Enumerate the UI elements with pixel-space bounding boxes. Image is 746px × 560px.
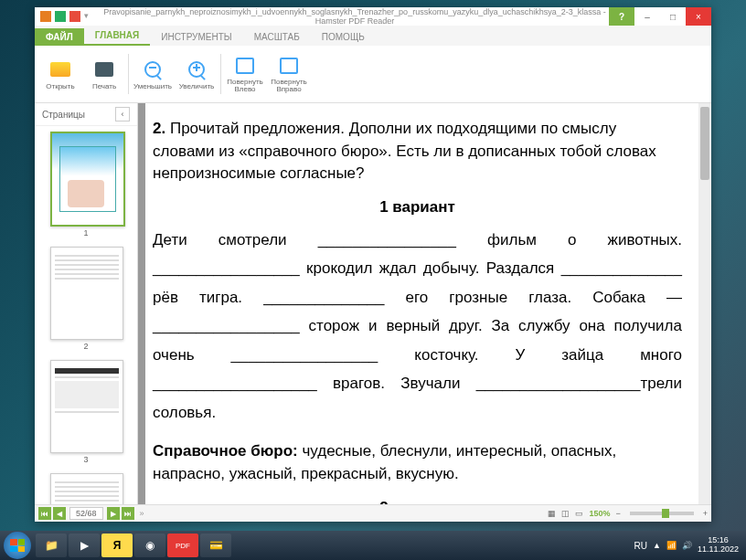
view-mode-icon-1[interactable]: ▦ (548, 509, 556, 518)
open-label: Открыть (46, 82, 74, 90)
thumbnails: 1 2 3 4 (35, 126, 137, 504)
ribbon: Открыть Печать Уменьшить Увеличить Повер… (35, 46, 711, 103)
nav-prev-button[interactable]: ◀ (53, 507, 66, 520)
zoom-slider[interactable] (630, 512, 694, 515)
zoom-level[interactable]: 150% (589, 509, 610, 518)
zoom-out-icon (144, 61, 161, 78)
thumb-3[interactable]: 3 (50, 360, 122, 464)
minimize-button[interactable]: – (634, 7, 660, 26)
tray-network-icon[interactable]: 📶 (666, 541, 677, 550)
taskbar-clock[interactable]: 15:16 11.11.2022 (698, 536, 742, 555)
zoom-in-label: Увеличить (179, 82, 215, 90)
quick-save-icon[interactable] (40, 11, 51, 22)
tab-home[interactable]: ГЛАВНАЯ (84, 26, 151, 46)
rotate-left-icon (236, 58, 254, 74)
variant-1-body: Дети смотрели ________________ фильм о ж… (153, 226, 682, 427)
taskbar-yandex[interactable]: Я (101, 534, 133, 557)
page-indicator[interactable]: 52/68 (69, 507, 103, 520)
zoom-slider-grip[interactable] (662, 509, 669, 518)
page-content: 2. Прочитай предложения. Дополни их подх… (145, 103, 704, 504)
sidebar-collapse-button[interactable]: ‹ (115, 107, 130, 122)
ribbon-tabs: ФАЙЛ ГЛАВНАЯ ИНСТРУМЕНТЫ МАСШТАБ ПОМОЩЬ (35, 26, 711, 46)
zoom-minus-button[interactable]: − (615, 509, 620, 518)
zoom-in-button[interactable]: Увеличить (175, 49, 218, 99)
thumb-num-3: 3 (50, 455, 122, 464)
nav-next-button[interactable]: ▶ (107, 507, 120, 520)
zoom-out-button[interactable]: Уменьшить (131, 49, 175, 99)
rotate-right-label: Повернуть Вправо (267, 79, 311, 93)
taskbar-explorer[interactable]: 📁 (36, 534, 67, 557)
quick-print-icon[interactable] (55, 11, 66, 22)
variant-1-heading: 1 вариант (153, 198, 682, 217)
window-controls: ? – □ × (609, 7, 711, 26)
taskbar-media[interactable]: ▶ (69, 534, 100, 557)
tray-icon-1[interactable]: ▲ (653, 541, 661, 550)
thumb-4[interactable]: 4 (50, 473, 122, 504)
windows-logo-icon (10, 539, 25, 552)
thumb-2[interactable]: 2 (50, 247, 122, 351)
taskbar-date: 11.11.2022 (698, 545, 739, 555)
open-button[interactable]: Открыть (38, 49, 82, 99)
view-mode-icon-2[interactable]: ◫ (561, 509, 570, 518)
vertical-scrollbar[interactable] (698, 103, 711, 504)
taskbar: 📁 ▶ Я ◉ PDF 💳 RU ▲ 📶 🔊 15:16 11.11.2022 (0, 531, 746, 560)
print-button[interactable]: Печать (82, 49, 126, 99)
close-button[interactable]: × (686, 7, 711, 26)
view-mode-icon-3[interactable]: ▭ (575, 509, 583, 518)
window-title: Pravopisanie_parnykh_neproiznosimykh_i_u… (101, 7, 609, 26)
help-button[interactable]: ? (609, 7, 634, 26)
rotate-right-icon (280, 58, 298, 74)
rotate-right-button[interactable]: Повернуть Вправо (267, 49, 311, 99)
document-viewport[interactable]: 2. Прочитай предложения. Дополни их подх… (138, 103, 711, 504)
taskbar-chrome[interactable]: ◉ (134, 534, 165, 557)
maximize-button[interactable]: □ (660, 7, 686, 26)
main-area: Страницы ‹ ▦ ☰ ◫ 1 2 3 (35, 103, 711, 504)
reference-box: Справочное бюро: чудесные, блеснули, инт… (153, 439, 682, 486)
sidebar-title: Страницы (42, 110, 85, 120)
pdf-reader-window: ▾ Pravopisanie_parnykh_neproiznosimykh_i… (35, 7, 711, 522)
reference-label: Справочное бюро: (153, 442, 298, 460)
nav-first-button[interactable]: ⏮ (38, 507, 51, 520)
tab-tools[interactable]: ИНСТРУМЕНТЫ (150, 28, 242, 46)
start-button[interactable] (4, 532, 31, 559)
status-bar: ⏮ ◀ 52/68 ▶ ⏭ » ▦ ◫ ▭ 150% − + (35, 504, 711, 522)
folder-icon (50, 62, 70, 77)
variant-2-heading: 2 вариант (153, 499, 682, 504)
scrollbar-thumb[interactable] (700, 107, 709, 180)
system-tray: RU ▲ 📶 🔊 15:16 11.11.2022 (634, 536, 742, 555)
exercise-number: 2. (153, 120, 165, 137)
exercise-intro-text: Прочитай предложения. Дополни их подходя… (153, 120, 656, 182)
thumb-num-2: 2 (50, 342, 122, 351)
tab-file[interactable]: ФАЙЛ (35, 28, 84, 46)
rotate-left-label: Повернуть Влево (223, 79, 267, 93)
tab-scale[interactable]: МАСШТАБ (243, 28, 311, 46)
thumb-num-1: 1 (50, 228, 122, 238)
quick-access: ▾ (35, 9, 101, 24)
thumb-1[interactable]: 1 (50, 132, 122, 238)
tab-help[interactable]: ПОМОЩЬ (311, 28, 376, 46)
zoom-plus-button[interactable]: + (703, 509, 708, 518)
taskbar-pdf-reader[interactable]: PDF (167, 534, 198, 557)
tray-volume-icon[interactable]: 🔊 (682, 541, 692, 550)
print-label: Печать (92, 82, 116, 90)
printer-icon (95, 62, 113, 77)
quick-pdf-icon[interactable] (69, 11, 80, 22)
language-indicator[interactable]: RU (634, 541, 647, 551)
exercise-intro: 2. Прочитай предложения. Дополни их подх… (153, 118, 682, 185)
taskbar-card[interactable]: 💳 (200, 534, 231, 557)
sidebar-pages: Страницы ‹ ▦ ☰ ◫ 1 2 3 (35, 103, 138, 504)
quick-dropdown-icon[interactable]: ▾ (84, 11, 95, 22)
title-bar: ▾ Pravopisanie_parnykh_neproiznosimykh_i… (35, 7, 711, 26)
nav-last-button[interactable]: ⏭ (122, 507, 134, 520)
rotate-left-button[interactable]: Повернуть Влево (223, 49, 267, 99)
nav-more[interactable]: » (140, 509, 144, 518)
sidebar-header: Страницы ‹ (35, 103, 137, 126)
zoom-out-label: Уменьшить (133, 82, 172, 90)
zoom-in-icon (188, 61, 205, 78)
